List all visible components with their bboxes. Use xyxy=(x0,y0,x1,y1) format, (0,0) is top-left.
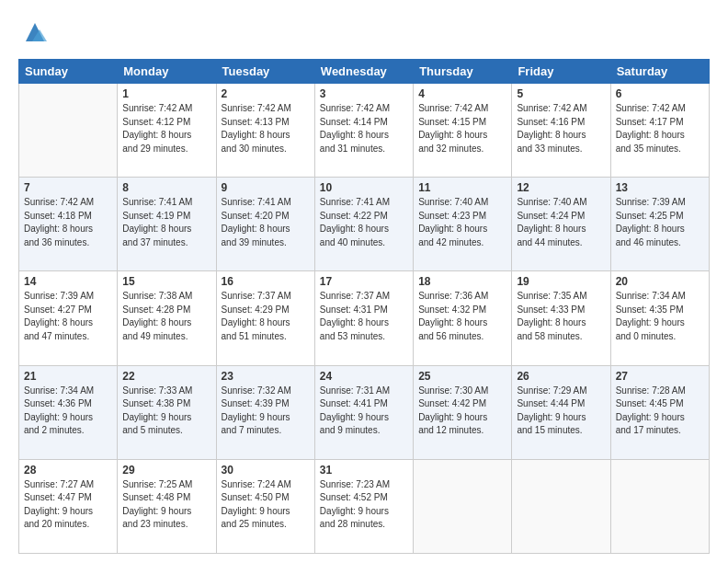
day-cell: 24Sunrise: 7:31 AMSunset: 4:41 PMDayligh… xyxy=(314,365,413,459)
day-info: Sunrise: 7:38 AMSunset: 4:28 PMDaylight:… xyxy=(122,290,210,343)
day-cell xyxy=(414,459,512,553)
col-header-thursday: Thursday xyxy=(414,60,512,84)
day-cell: 3Sunrise: 7:42 AMSunset: 4:14 PMDaylight… xyxy=(314,84,413,178)
day-number: 25 xyxy=(418,370,506,383)
day-number: 11 xyxy=(418,181,506,194)
day-cell: 10Sunrise: 7:41 AMSunset: 4:22 PMDayligh… xyxy=(314,178,413,271)
calendar-table: SundayMondayTuesdayWednesdayThursdayFrid… xyxy=(18,59,710,554)
day-number: 10 xyxy=(320,181,408,194)
page: SundayMondayTuesdayWednesdayThursdayFrid… xyxy=(0,0,728,563)
day-info: Sunrise: 7:37 AMSunset: 4:31 PMDaylight:… xyxy=(320,290,408,343)
logo xyxy=(18,17,49,50)
week-row-5: 28Sunrise: 7:27 AMSunset: 4:47 PMDayligh… xyxy=(19,459,710,553)
day-number: 17 xyxy=(320,275,408,288)
day-cell: 15Sunrise: 7:38 AMSunset: 4:28 PMDayligh… xyxy=(118,271,216,365)
day-number: 12 xyxy=(517,181,605,194)
day-info: Sunrise: 7:42 AMSunset: 4:13 PMDaylight:… xyxy=(222,102,310,155)
day-info: Sunrise: 7:32 AMSunset: 4:39 PMDaylight:… xyxy=(222,385,310,438)
day-info: Sunrise: 7:39 AMSunset: 4:27 PMDaylight:… xyxy=(24,290,112,343)
day-info: Sunrise: 7:24 AMSunset: 4:50 PMDaylight:… xyxy=(222,478,310,532)
day-cell: 29Sunrise: 7:25 AMSunset: 4:48 PMDayligh… xyxy=(118,459,216,553)
day-cell: 13Sunrise: 7:39 AMSunset: 4:25 PMDayligh… xyxy=(610,178,709,271)
day-info: Sunrise: 7:41 AMSunset: 4:19 PMDaylight:… xyxy=(122,196,210,249)
day-info: Sunrise: 7:36 AMSunset: 4:32 PMDaylight:… xyxy=(418,290,506,343)
column-header-row: SundayMondayTuesdayWednesdayThursdayFrid… xyxy=(19,60,710,84)
day-info: Sunrise: 7:30 AMSunset: 4:42 PMDaylight:… xyxy=(418,385,506,438)
logo-icon xyxy=(21,18,49,50)
day-info: Sunrise: 7:40 AMSunset: 4:23 PMDaylight:… xyxy=(418,196,506,249)
day-number: 2 xyxy=(222,87,310,100)
col-header-friday: Friday xyxy=(512,60,610,84)
week-row-3: 14Sunrise: 7:39 AMSunset: 4:27 PMDayligh… xyxy=(19,271,710,365)
day-number: 21 xyxy=(24,370,112,383)
day-info: Sunrise: 7:28 AMSunset: 4:45 PMDaylight:… xyxy=(616,385,704,438)
day-number: 28 xyxy=(24,464,112,477)
day-number: 31 xyxy=(320,464,408,477)
day-info: Sunrise: 7:42 AMSunset: 4:16 PMDaylight:… xyxy=(517,102,605,155)
day-cell: 18Sunrise: 7:36 AMSunset: 4:32 PMDayligh… xyxy=(414,271,512,365)
day-info: Sunrise: 7:23 AMSunset: 4:52 PMDaylight:… xyxy=(320,478,408,532)
day-number: 15 xyxy=(122,275,210,288)
day-info: Sunrise: 7:41 AMSunset: 4:20 PMDaylight:… xyxy=(222,196,310,249)
day-info: Sunrise: 7:41 AMSunset: 4:22 PMDaylight:… xyxy=(320,196,408,249)
col-header-wednesday: Wednesday xyxy=(314,60,413,84)
day-info: Sunrise: 7:40 AMSunset: 4:24 PMDaylight:… xyxy=(517,196,605,249)
day-number: 3 xyxy=(320,87,408,100)
day-number: 7 xyxy=(24,181,112,194)
col-header-monday: Monday xyxy=(118,60,216,84)
day-cell: 4Sunrise: 7:42 AMSunset: 4:15 PMDaylight… xyxy=(414,84,512,178)
day-info: Sunrise: 7:42 AMSunset: 4:12 PMDaylight:… xyxy=(122,102,210,155)
header xyxy=(18,17,710,50)
day-cell: 21Sunrise: 7:34 AMSunset: 4:36 PMDayligh… xyxy=(19,365,118,459)
col-header-sunday: Sunday xyxy=(19,60,118,84)
day-number: 23 xyxy=(222,370,310,383)
day-cell: 2Sunrise: 7:42 AMSunset: 4:13 PMDaylight… xyxy=(216,84,314,178)
day-number: 30 xyxy=(222,464,310,477)
day-number: 27 xyxy=(616,370,704,383)
day-cell: 26Sunrise: 7:29 AMSunset: 4:44 PMDayligh… xyxy=(512,365,610,459)
col-header-tuesday: Tuesday xyxy=(216,60,314,84)
day-number: 4 xyxy=(418,87,506,100)
day-info: Sunrise: 7:39 AMSunset: 4:25 PMDaylight:… xyxy=(616,196,704,249)
day-number: 5 xyxy=(517,87,605,100)
day-number: 6 xyxy=(616,87,704,100)
day-cell xyxy=(19,84,118,178)
day-info: Sunrise: 7:42 AMSunset: 4:18 PMDaylight:… xyxy=(24,196,112,249)
day-cell: 23Sunrise: 7:32 AMSunset: 4:39 PMDayligh… xyxy=(216,365,314,459)
day-number: 26 xyxy=(517,370,605,383)
day-number: 9 xyxy=(222,181,310,194)
day-cell: 17Sunrise: 7:37 AMSunset: 4:31 PMDayligh… xyxy=(314,271,413,365)
day-cell: 28Sunrise: 7:27 AMSunset: 4:47 PMDayligh… xyxy=(19,459,118,553)
day-cell: 5Sunrise: 7:42 AMSunset: 4:16 PMDaylight… xyxy=(512,84,610,178)
day-info: Sunrise: 7:27 AMSunset: 4:47 PMDaylight:… xyxy=(24,478,112,532)
day-cell: 14Sunrise: 7:39 AMSunset: 4:27 PMDayligh… xyxy=(19,271,118,365)
day-number: 16 xyxy=(222,275,310,288)
day-number: 24 xyxy=(320,370,408,383)
day-number: 1 xyxy=(122,87,210,100)
day-cell: 20Sunrise: 7:34 AMSunset: 4:35 PMDayligh… xyxy=(610,271,709,365)
day-cell: 8Sunrise: 7:41 AMSunset: 4:19 PMDaylight… xyxy=(118,178,216,271)
day-cell: 6Sunrise: 7:42 AMSunset: 4:17 PMDaylight… xyxy=(610,84,709,178)
day-cell: 9Sunrise: 7:41 AMSunset: 4:20 PMDaylight… xyxy=(216,178,314,271)
day-cell: 30Sunrise: 7:24 AMSunset: 4:50 PMDayligh… xyxy=(216,459,314,553)
day-number: 20 xyxy=(616,275,704,288)
day-number: 22 xyxy=(122,370,210,383)
week-row-1: 1Sunrise: 7:42 AMSunset: 4:12 PMDaylight… xyxy=(19,84,710,178)
week-row-4: 21Sunrise: 7:34 AMSunset: 4:36 PMDayligh… xyxy=(19,365,710,459)
day-cell xyxy=(512,459,610,553)
day-cell: 22Sunrise: 7:33 AMSunset: 4:38 PMDayligh… xyxy=(118,365,216,459)
day-info: Sunrise: 7:42 AMSunset: 4:17 PMDaylight:… xyxy=(616,102,704,155)
day-cell: 16Sunrise: 7:37 AMSunset: 4:29 PMDayligh… xyxy=(216,271,314,365)
col-header-saturday: Saturday xyxy=(610,60,709,84)
day-info: Sunrise: 7:42 AMSunset: 4:15 PMDaylight:… xyxy=(418,102,506,155)
day-cell xyxy=(610,459,709,553)
day-info: Sunrise: 7:35 AMSunset: 4:33 PMDaylight:… xyxy=(517,290,605,343)
day-info: Sunrise: 7:42 AMSunset: 4:14 PMDaylight:… xyxy=(320,102,408,155)
day-number: 18 xyxy=(418,275,506,288)
day-cell: 19Sunrise: 7:35 AMSunset: 4:33 PMDayligh… xyxy=(512,271,610,365)
week-row-2: 7Sunrise: 7:42 AMSunset: 4:18 PMDaylight… xyxy=(19,178,710,271)
day-info: Sunrise: 7:29 AMSunset: 4:44 PMDaylight:… xyxy=(517,385,605,438)
day-number: 29 xyxy=(122,464,210,477)
day-cell: 1Sunrise: 7:42 AMSunset: 4:12 PMDaylight… xyxy=(118,84,216,178)
day-info: Sunrise: 7:37 AMSunset: 4:29 PMDaylight:… xyxy=(222,290,310,343)
